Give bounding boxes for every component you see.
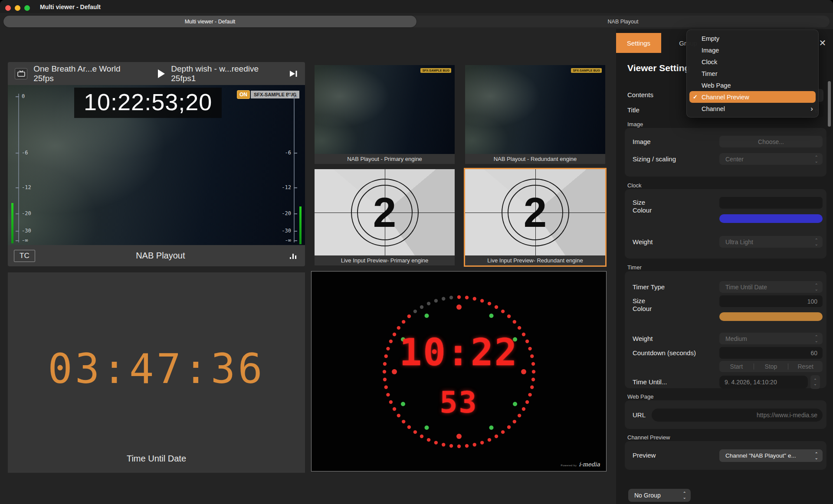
meter-label: -12: [22, 184, 31, 190]
channel-preview-section-box: Preview Channel "NAB Playout" e...⌃⌄: [625, 441, 826, 470]
channel-preview-section-label: Channel Preview: [627, 434, 670, 441]
meter-label: -∞: [22, 237, 28, 243]
preview-caption: Live Input Preview- Redundant engine: [465, 255, 605, 265]
powered-by-logo: Powered by i-media: [561, 461, 600, 468]
clock-weight-select[interactable]: Ultra Light⌃⌄: [719, 236, 823, 248]
close-window-button[interactable]: [5, 5, 11, 11]
menu-item-channel-preview[interactable]: ✓ Channel Preview: [689, 91, 816, 103]
preview-thumbnail: 2: [465, 169, 605, 255]
menu-item-image[interactable]: Image: [687, 44, 818, 56]
time-until-label: Time Until...: [633, 378, 667, 386]
viewer-footer: TC NAB Playout: [8, 245, 305, 266]
menu-item-clock[interactable]: Clock: [687, 56, 818, 68]
preview-caption: NAB Playout - Primary engine: [315, 154, 455, 164]
countdown-digit: 2: [373, 189, 396, 236]
timer-caption: Time Until Date: [8, 454, 305, 464]
meter-level-bar: [299, 206, 302, 244]
tab-multi-viewer-default[interactable]: Multi viewer - Default: [3, 16, 416, 27]
meter-level-bar: [11, 203, 13, 243]
timer-section-box: Timer Type Time Until Date⌃⌄ Size Colour…: [625, 271, 826, 388]
menu-item-channel[interactable]: Channel ›: [687, 103, 818, 115]
timer-weight-select[interactable]: Medium⌃⌄: [719, 333, 823, 344]
tab-settings[interactable]: Settings: [616, 33, 661, 53]
clock-colour-swatch[interactable]: [719, 214, 823, 223]
preview-label: Preview: [633, 452, 656, 459]
audio-levels-icon[interactable]: [286, 252, 299, 260]
timer-transport-buttons: Start Stop Reset: [719, 361, 823, 372]
meter-label: -∞: [285, 237, 291, 243]
audio-meter-right: 0 -6 -12 -20 -30 -∞: [275, 85, 305, 245]
preview-channel-select[interactable]: Channel "NAB Playout" e...⌃⌄: [719, 449, 823, 462]
timer-size-label: Size: [633, 297, 645, 304]
viewer-header: One Breath Ar...e World 25fps Depth wish…: [8, 62, 305, 85]
meter-label: 0: [22, 93, 25, 99]
preview-tile-nab-redundant[interactable]: SFX-SAMPLE BUG NAB Playout - Redundant e…: [465, 65, 605, 164]
meter-label: -20: [282, 210, 291, 216]
timer-size-field[interactable]: [719, 295, 823, 307]
checkmark-icon: ✓: [693, 94, 702, 100]
menu-item-empty[interactable]: Empty: [687, 33, 818, 44]
start-button[interactable]: Start: [719, 363, 754, 370]
viewer-tab-strip: Multi viewer - Default NAB Playout: [3, 16, 830, 27]
contents-label: Contents: [627, 91, 653, 98]
url-field[interactable]: [652, 409, 823, 422]
timer-colour-swatch[interactable]: [719, 312, 823, 321]
title-label: Title: [627, 106, 640, 114]
image-section-label: Image: [627, 121, 643, 128]
group-select[interactable]: No Group⌃⌄: [628, 489, 691, 502]
meter-label: -20: [22, 210, 31, 216]
main-viewer-panel[interactable]: One Breath Ar...e World 25fps Depth wish…: [8, 62, 305, 266]
menu-item-timer[interactable]: Timer: [687, 68, 818, 79]
preview-tile-live-primary[interactable]: 2 Live Input Preview- Primary engine: [315, 169, 455, 265]
zoom-window-button[interactable]: [24, 5, 30, 11]
current-clip-title: One Breath Ar...e World 25fps: [33, 64, 140, 83]
window-title: Multi viewer - Default: [40, 3, 101, 10]
countdown-seconds-label: Countdown (seconds): [633, 349, 696, 357]
image-row-label: Image: [633, 138, 651, 145]
countdown-seconds-field[interactable]: [719, 347, 823, 359]
timer-viewer-panel[interactable]: 03:47:36 Time Until Date: [8, 272, 305, 473]
meter-label: -30: [22, 228, 31, 234]
time-until-field[interactable]: [719, 376, 808, 389]
clock-size-label: Size: [633, 199, 645, 206]
sfx-sample-bug-badge: SFX-SAMPLE BUG: [420, 68, 451, 73]
clock-colour-label: Colour: [633, 206, 652, 214]
next-clip-title: Depth wish - w...reedive 25fps1: [171, 64, 282, 83]
meter-scale-line: [294, 94, 295, 242]
image-section-box: Image Choose... Sizing / scaling Center⌃…: [625, 128, 826, 177]
meter-label: -6: [22, 150, 28, 156]
meter-label: -6: [285, 150, 291, 156]
menu-item-web-page[interactable]: Web Page: [687, 79, 818, 91]
viewer-channel-name: NAB Playout: [35, 251, 286, 261]
meter-label: 0: [288, 93, 291, 99]
contents-dropdown-menu: Empty Image Clock Timer Web Page ✓ Chann…: [686, 29, 819, 118]
clock-weight-label: Weight: [633, 238, 653, 245]
countdown-digit: 2: [524, 189, 547, 236]
choose-image-button[interactable]: Choose...: [719, 136, 823, 147]
preview-tile-nab-primary[interactable]: SFX-SAMPLE BUG NAB Playout - Primary eng…: [315, 65, 455, 164]
app-window: Multi viewer - Default Multi viewer - De…: [0, 0, 833, 504]
tc-toggle-button[interactable]: TC: [14, 250, 35, 262]
reset-button[interactable]: Reset: [788, 363, 823, 370]
clock-viewer-panel[interactable]: 10:22 53 Powered by i-media: [311, 271, 607, 471]
program-video[interactable]: 10:22:53;20 ON SFX-SAMPLE BUG 0 -6 -12 -…: [8, 85, 305, 245]
preview-caption: NAB Playout - Redundant engine: [465, 154, 605, 164]
sizing-select[interactable]: Center⌃⌄: [719, 153, 823, 165]
clock-section-label: Clock: [627, 182, 642, 189]
timer-type-select[interactable]: Time Until Date⌃⌄: [719, 281, 823, 293]
tab-nab-playout[interactable]: NAB Playout: [416, 16, 830, 27]
web-page-section-label: Web Page: [627, 393, 653, 400]
clock-size-field[interactable]: [719, 197, 823, 209]
clock-section-box: Size Colour Weight Ultra Light⌃⌄: [625, 189, 826, 259]
scrollbar-thumb[interactable]: [828, 81, 831, 127]
play-icon: [158, 69, 165, 78]
time-until-stepper[interactable]: ⌃⌄: [810, 375, 820, 389]
preview-tile-live-redundant[interactable]: 2 Live Input Preview- Redundant engine: [465, 169, 605, 265]
skip-next-icon[interactable]: [289, 70, 298, 78]
on-air-badge: ON: [237, 90, 250, 99]
minimize-window-button[interactable]: [15, 5, 20, 11]
timer-section-label: Timer: [627, 264, 642, 271]
countdown-timer-display: 03:47:36: [8, 345, 305, 393]
stop-button[interactable]: Stop: [754, 363, 788, 370]
timer-weight-label: Weight: [633, 335, 653, 342]
